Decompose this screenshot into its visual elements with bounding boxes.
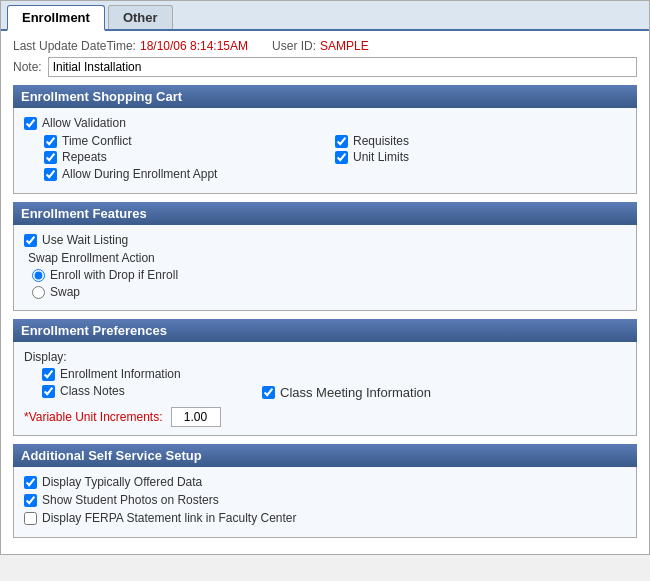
time-conflict-checkbox[interactable] <box>44 135 57 148</box>
content-area: Last Update DateTime: 18/10/06 8:14:15AM… <box>1 31 649 554</box>
variable-unit-label: *Variable Unit Increments: <box>24 410 163 424</box>
class-notes-meeting-row: Class Notes Class Meeting Information <box>42 384 626 401</box>
user-id-value: SAMPLE <box>320 39 369 53</box>
class-meeting-checkbox[interactable] <box>262 386 275 399</box>
class-notes-row: Class Notes <box>42 384 262 398</box>
allow-validation-label: Allow Validation <box>42 116 126 130</box>
meta-row: Last Update DateTime: 18/10/06 8:14:15AM… <box>13 39 637 53</box>
show-student-photos-checkbox[interactable] <box>24 494 37 507</box>
swap-row: Swap <box>32 285 626 299</box>
last-update-label: Last Update DateTime: <box>13 39 136 53</box>
enrollment-preferences-section: Enrollment Preferences Display: Enrollme… <box>13 319 637 436</box>
time-conflict-label: Time Conflict <box>62 134 132 148</box>
enrollment-shopping-cart-section: Enrollment Shopping Cart Allow Validatio… <box>13 85 637 194</box>
additional-header: Additional Self Service Setup <box>13 444 637 467</box>
preferences-body: Display: Enrollment Information Class No… <box>13 342 637 436</box>
class-notes-label: Class Notes <box>60 384 125 398</box>
features-header: Enrollment Features <box>13 202 637 225</box>
display-typically-row: Display Typically Offered Data <box>24 475 626 489</box>
unit-limits-item: Unit Limits <box>335 150 626 164</box>
display-checks: Enrollment Information Class Notes C <box>42 367 626 401</box>
class-meeting-right: Class Meeting Information <box>262 385 626 400</box>
enroll-with-drop-radio[interactable] <box>32 269 45 282</box>
note-row: Note: <box>13 57 637 77</box>
use-wait-listing-label: Use Wait Listing <box>42 233 128 247</box>
tab-enrollment[interactable]: Enrollment <box>7 5 105 31</box>
show-student-photos-label: Show Student Photos on Rosters <box>42 493 219 507</box>
page-container: Enrollment Other Last Update DateTime: 1… <box>0 0 650 555</box>
swap-enrollment-label: Swap Enrollment Action <box>28 251 626 265</box>
repeats-checkbox[interactable] <box>44 151 57 164</box>
swap-radio[interactable] <box>32 286 45 299</box>
display-typically-label: Display Typically Offered Data <box>42 475 202 489</box>
enrollment-info-label: Enrollment Information <box>60 367 181 381</box>
unit-limits-label: Unit Limits <box>353 150 409 164</box>
variable-unit-text: Variable Unit Increments: <box>29 410 163 424</box>
display-ferpa-checkbox[interactable] <box>24 512 37 525</box>
swap-label: Swap <box>50 285 80 299</box>
enrollment-info-row: Enrollment Information <box>42 367 626 381</box>
allow-during-label: Allow During Enrollment Appt <box>62 167 217 181</box>
tab-other[interactable]: Other <box>108 5 173 29</box>
allow-during-row: Allow During Enrollment Appt <box>44 167 626 181</box>
display-ferpa-label: Display FERPA Statement link in Faculty … <box>42 511 297 525</box>
shopping-cart-body: Allow Validation Time Conflict Requisite… <box>13 108 637 194</box>
note-label: Note: <box>13 60 42 74</box>
allow-validation-checkbox[interactable] <box>24 117 37 130</box>
features-body: Use Wait Listing Swap Enrollment Action … <box>13 225 637 311</box>
variable-unit-input[interactable] <box>171 407 221 427</box>
requisites-label: Requisites <box>353 134 409 148</box>
note-input[interactable] <box>48 57 637 77</box>
requisites-item: Requisites <box>335 134 626 148</box>
repeats-label: Repeats <box>62 150 107 164</box>
requisites-checkbox[interactable] <box>335 135 348 148</box>
repeats-item: Repeats <box>44 150 335 164</box>
additional-self-service-section: Additional Self Service Setup Display Ty… <box>13 444 637 538</box>
additional-body: Display Typically Offered Data Show Stud… <box>13 467 637 538</box>
class-meeting-label: Class Meeting Information <box>280 385 431 400</box>
allow-validation-row: Allow Validation <box>24 116 626 130</box>
enroll-with-drop-label: Enroll with Drop if Enroll <box>50 268 178 282</box>
unit-limits-checkbox[interactable] <box>335 151 348 164</box>
enroll-with-drop-row: Enroll with Drop if Enroll <box>32 268 626 282</box>
use-wait-listing-checkbox[interactable] <box>24 234 37 247</box>
display-typically-checkbox[interactable] <box>24 476 37 489</box>
user-id-label: User ID: <box>272 39 316 53</box>
use-wait-listing-row: Use Wait Listing <box>24 233 626 247</box>
last-update-value: 18/10/06 8:14:15AM <box>140 39 248 53</box>
class-notes-left: Class Notes <box>42 384 262 401</box>
enrollment-info-checkbox[interactable] <box>42 368 55 381</box>
time-conflict-item: Time Conflict <box>44 134 335 148</box>
shopping-cart-checkboxes: Time Conflict Requisites Repeats Unit Li… <box>44 134 626 164</box>
shopping-cart-header: Enrollment Shopping Cart <box>13 85 637 108</box>
show-student-photos-row: Show Student Photos on Rosters <box>24 493 626 507</box>
variable-unit-row: *Variable Unit Increments: <box>24 407 626 427</box>
enrollment-features-section: Enrollment Features Use Wait Listing Swa… <box>13 202 637 311</box>
preferences-header: Enrollment Preferences <box>13 319 637 342</box>
allow-during-checkbox[interactable] <box>44 168 57 181</box>
tabs-bar: Enrollment Other <box>1 1 649 31</box>
display-ferpa-row: Display FERPA Statement link in Faculty … <box>24 511 626 525</box>
class-notes-checkbox[interactable] <box>42 385 55 398</box>
display-label: Display: <box>24 350 626 364</box>
